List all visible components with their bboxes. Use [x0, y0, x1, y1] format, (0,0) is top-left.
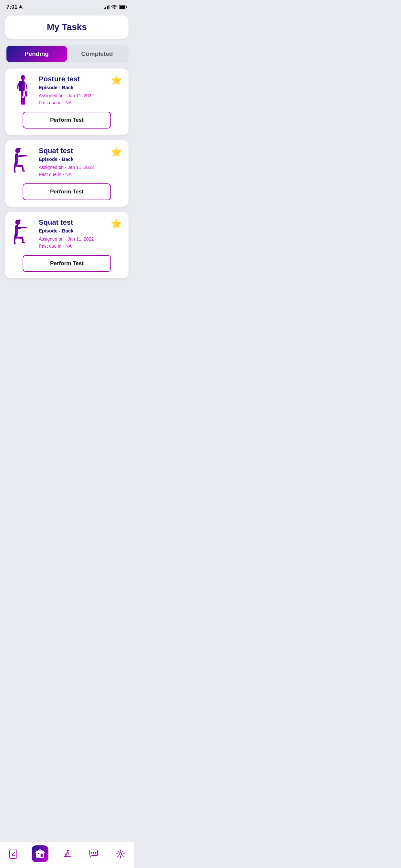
squat1-title: Squat test: [39, 147, 106, 155]
svg-point-1: [114, 8, 115, 9]
tabs-container: Pending Completed: [5, 44, 128, 63]
page-title: My Tasks: [11, 22, 122, 32]
card-top-squat2: Squat test Episode - Back Assigned on - …: [11, 218, 122, 251]
squat2-star-icon: ⭐: [111, 218, 122, 229]
posture-perform-button[interactable]: Perform Test: [23, 112, 111, 128]
squat2-icon-area: [11, 218, 34, 251]
posture-icon-area: [11, 75, 34, 107]
card-info-squat1: Squat test Episode - Back Assigned on - …: [39, 147, 106, 178]
svg-rect-5: [22, 80, 24, 82]
squat1-star-icon: ⭐: [111, 147, 122, 157]
status-icons-group: [104, 5, 127, 9]
task-card-squat1: Squat test Episode - Back Assigned on - …: [5, 140, 128, 207]
posture-episode: Episode - Back: [39, 85, 106, 90]
svg-point-4: [21, 75, 25, 80]
task-card-posture: Posture test Episode - Back Assigned on …: [5, 68, 128, 135]
svg-marker-0: [19, 5, 23, 9]
location-icon: [19, 5, 23, 9]
card-top-squat1: Squat test Episode - Back Assigned on - …: [11, 147, 122, 179]
card-info-posture: Posture test Episode - Back Assigned on …: [39, 75, 106, 106]
tab-pending[interactable]: Pending: [6, 46, 67, 62]
svg-rect-3: [120, 5, 125, 9]
squat1-assigned: Assigned on - Jan 11, 2022 Past due in -…: [39, 164, 106, 178]
squat2-perform-button[interactable]: Perform Test: [23, 255, 111, 272]
wifi-icon: [112, 5, 117, 9]
battery-icon: [119, 5, 127, 9]
status-time: 7:01: [6, 4, 18, 10]
page-title-container: My Tasks: [5, 16, 128, 39]
squat-icon-2: [11, 218, 34, 251]
signal-icon: [104, 5, 110, 9]
posture-test-title: Posture test: [39, 75, 106, 83]
posture-assigned: Assigned on - Jan 11, 2022 Past due in -…: [39, 92, 106, 106]
posture-star-icon: ⭐: [111, 75, 122, 86]
card-info-squat2: Squat test Episode - Back Assigned on - …: [39, 218, 106, 250]
card-top-posture: Posture test Episode - Back Assigned on …: [11, 75, 122, 107]
squat-icon-1: [11, 147, 34, 179]
squat1-icon-area: [11, 147, 34, 179]
squat2-title: Squat test: [39, 218, 106, 227]
tab-completed[interactable]: Completed: [67, 46, 127, 62]
squat2-episode: Episode - Back: [39, 228, 106, 234]
squat1-perform-button[interactable]: Perform Test: [23, 183, 111, 200]
squat2-assigned: Assigned on - Jan 11, 2022 Past due in -…: [39, 236, 106, 250]
task-card-squat2: Squat test Episode - Back Assigned on - …: [5, 212, 128, 278]
cards-list: Posture test Episode - Back Assigned on …: [0, 63, 134, 311]
squat1-episode: Episode - Back: [39, 156, 106, 162]
status-bar: 7:01: [0, 0, 134, 12]
posture-icon: [14, 75, 32, 107]
